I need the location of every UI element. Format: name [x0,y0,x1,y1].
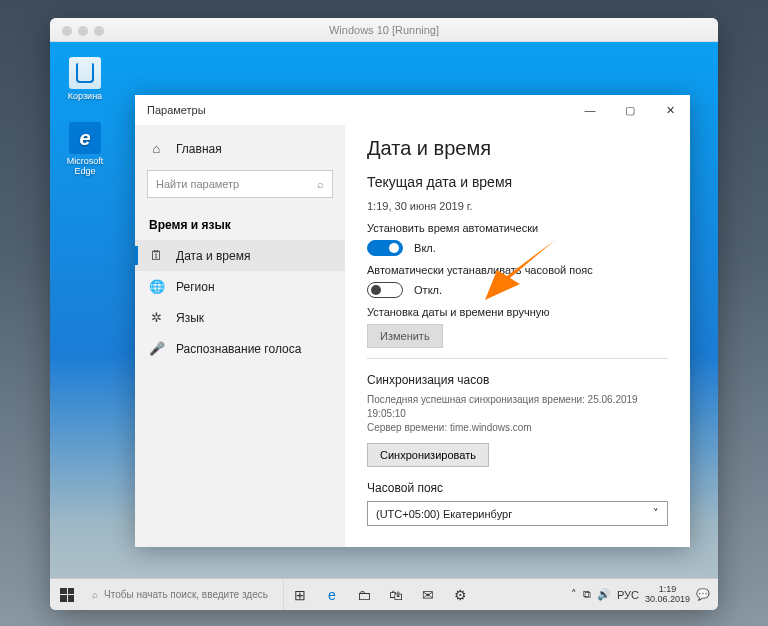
microphone-icon: 🎤 [149,341,164,356]
search-icon: ⌕ [317,178,324,190]
vm-titlebar[interactable]: Windows 10 [Running] [50,18,718,42]
toggle-auto-timezone-state: Откл. [414,284,442,296]
section-sync-title: Синхронизация часов [367,373,668,387]
tray-volume-icon[interactable]: 🔊 [597,588,611,601]
vm-title: Windows 10 [Running] [329,24,439,36]
globe-icon: 🌐 [149,279,164,294]
change-datetime-button[interactable]: Изменить [367,324,443,348]
divider [367,358,668,359]
toggle-auto-time-state: Вкл. [414,242,436,254]
tray-date: 30.06.2019 [645,595,690,605]
sidebar-item-language[interactable]: ✲ Язык [135,302,345,333]
maximize-button[interactable]: ▢ [610,95,650,125]
taskbar-search-input[interactable]: ⌕ Чтобы начать поиск, введите здесь [84,579,284,610]
current-datetime-value: 1:19, 30 июня 2019 г. [367,200,668,212]
tray-language-indicator[interactable]: РУС [617,589,639,601]
chevron-down-icon: ˅ [653,507,659,520]
section-timezone-title: Часовой пояс [367,481,668,495]
sidebar-item-speech[interactable]: 🎤 Распознавание голоса [135,333,345,364]
search-placeholder: Найти параметр [156,178,239,190]
desktop-icon-label: Корзина [60,91,110,101]
vm-traffic-lights[interactable] [62,26,104,36]
home-icon: ⌂ [149,141,164,156]
sidebar-section-heading: Время и язык [135,208,345,240]
settings-window: Параметры — ▢ ✕ ⌂ Главная Найти параметр… [135,95,690,547]
tray-network-icon[interactable]: ⧉ [583,588,591,601]
settings-sidebar: ⌂ Главная Найти параметр ⌕ Время и язык … [135,125,345,547]
sync-last-value: Последняя успешная синхронизация времени… [367,393,668,421]
settings-title: Параметры [147,104,206,116]
tray-chevron-up-icon[interactable]: ˄ [571,588,577,601]
taskbar-app-settings[interactable]: ⚙ [444,579,476,610]
sync-server-value: Сервер времени: time.windows.com [367,421,668,435]
section-current-datetime: Текущая дата и время [367,174,668,190]
label-manual-set: Установка даты и времени вручную [367,306,668,318]
sidebar-item-label: Распознавание голоса [176,342,301,356]
taskbar-app-edge[interactable]: e [316,579,348,610]
toggle-auto-timezone[interactable] [367,282,403,298]
tray-clock[interactable]: 1:19 30.06.2019 [645,585,690,605]
start-button[interactable] [50,579,84,610]
language-icon: ✲ [149,310,164,325]
sidebar-item-home[interactable]: ⌂ Главная [135,133,345,164]
sidebar-item-region[interactable]: 🌐 Регион [135,271,345,302]
toggle-auto-time[interactable] [367,240,403,256]
desktop-icon-edge[interactable]: e Microsoft Edge [60,122,110,176]
desktop-icon-label: Microsoft Edge [60,156,110,176]
windows-desktop[interactable]: Корзина e Microsoft Edge Параметры — ▢ ✕… [50,42,718,610]
tray-notifications-icon[interactable]: 💬 [696,588,710,601]
taskbar-app-store[interactable]: 🛍 [380,579,412,610]
recycle-bin-icon [69,57,101,89]
taskbar-search-placeholder: Чтобы начать поиск, введите здесь [104,589,268,600]
sidebar-item-label: Главная [176,142,222,156]
close-button[interactable]: ✕ [650,95,690,125]
sidebar-item-label: Регион [176,280,215,294]
vm-window: Windows 10 [Running] Корзина e Microsoft… [50,18,718,610]
sidebar-item-date-time[interactable]: 🗓 Дата и время [135,240,345,271]
settings-titlebar[interactable]: Параметры — ▢ ✕ [135,95,690,125]
taskbar: ⌕ Чтобы начать поиск, введите здесь ⊞ e … [50,578,718,610]
settings-search-input[interactable]: Найти параметр ⌕ [147,170,333,198]
page-title: Дата и время [367,137,668,160]
taskbar-app-explorer[interactable]: 🗀 [348,579,380,610]
label-auto-timezone: Автоматически устанавливать часовой пояс [367,264,668,276]
sidebar-item-label: Язык [176,311,204,325]
timezone-dropdown[interactable]: (UTC+05:00) Екатеринбург ˅ [367,501,668,526]
taskbar-app-mail[interactable]: ✉ [412,579,444,610]
search-icon: ⌕ [92,589,98,600]
sidebar-item-label: Дата и время [176,249,250,263]
windows-logo-icon [60,588,74,602]
label-auto-time: Установить время автоматически [367,222,668,234]
edge-icon: e [69,122,101,154]
sync-now-button[interactable]: Синхронизировать [367,443,489,467]
calendar-icon: 🗓 [149,248,164,263]
desktop-icon-recycle-bin[interactable]: Корзина [60,57,110,101]
task-view-button[interactable]: ⊞ [284,579,316,610]
timezone-value: (UTC+05:00) Екатеринбург [376,508,512,520]
minimize-button[interactable]: — [570,95,610,125]
settings-content: Дата и время Текущая дата и время 1:19, … [345,125,690,547]
